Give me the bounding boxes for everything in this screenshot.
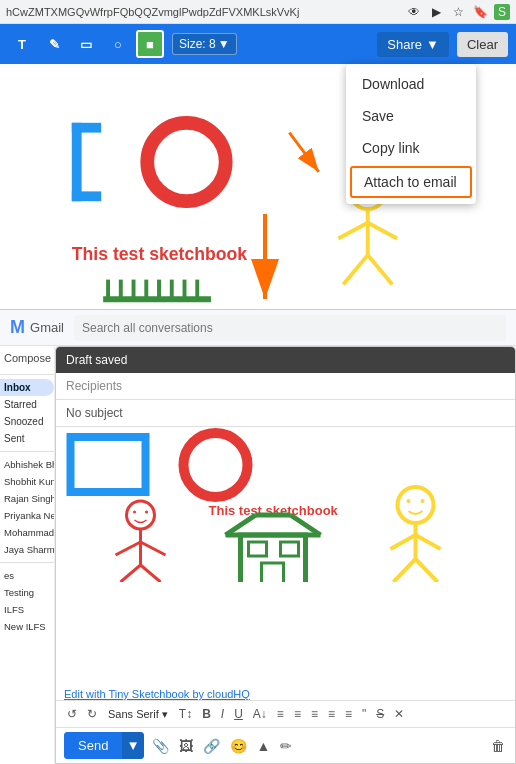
undo-button[interactable]: ↺ (64, 705, 80, 723)
recipients-field[interactable]: Recipients (56, 373, 515, 400)
snoozed-folder[interactable]: Snoozed (0, 413, 54, 430)
underline-button[interactable]: U (231, 705, 246, 723)
play-icon[interactable]: ▶ (428, 4, 444, 20)
circle-tool-button[interactable]: ○ (104, 30, 132, 58)
size-dropdown[interactable]: Size: 8 ▼ (172, 33, 237, 55)
label-new-ilfs[interactable]: New ILFS (0, 618, 54, 635)
save-menu-item[interactable]: Save (346, 100, 476, 132)
svg-line-41 (416, 535, 441, 549)
gmail-app-name: Gmail (30, 320, 64, 335)
svg-rect-35 (262, 563, 284, 582)
down-arrow-svg (245, 214, 285, 309)
copy-link-menu-item[interactable]: Copy link (346, 132, 476, 164)
send-button[interactable]: Send (64, 732, 122, 759)
quote-button[interactable]: " (359, 705, 369, 723)
send-button-group: Send ▼ (64, 732, 144, 759)
svg-line-31 (291, 515, 321, 535)
rect-tool-button[interactable]: ▭ (72, 30, 100, 58)
bold-button[interactable]: B (199, 705, 214, 723)
share-button[interactable]: Share ▼ (377, 32, 449, 57)
svg-rect-0 (72, 123, 82, 201)
insert-link-button[interactable]: 🔗 (201, 736, 222, 756)
contact-mohammad[interactable]: Mohammad S (0, 524, 54, 541)
edit-link[interactable]: Edit with Tiny Sketchbook by cloudHQ (56, 688, 515, 700)
label-es[interactable]: es (0, 567, 54, 584)
outdent-button[interactable]: ≡ (342, 705, 355, 723)
text-color-button[interactable]: A↓ (250, 705, 270, 723)
ordered-list-button[interactable]: ≡ (291, 705, 304, 723)
label-testing[interactable]: Testing (0, 584, 54, 601)
gmail-body: Compose Inbox Starred Snoozed Sent Abhis… (0, 346, 516, 764)
divider-3 (0, 562, 54, 563)
redo-button[interactable]: ↻ (84, 705, 100, 723)
svg-rect-2 (72, 191, 101, 201)
svg-line-9 (338, 223, 367, 239)
svg-line-40 (391, 535, 416, 549)
svg-line-24 (141, 542, 166, 555)
bookmark-icon[interactable]: 🔖 (472, 4, 488, 20)
svg-rect-33 (249, 542, 267, 556)
drive-button[interactable]: ▲ (255, 736, 273, 756)
label-ilfs[interactable]: ILFS (0, 601, 54, 618)
sketchbook-panel: hCwZMTXMGQvWfrpFQbQQZvmglPwdpZdFVXMKLskV… (0, 0, 516, 310)
contact-priyanka[interactable]: Priyanka Ne (0, 507, 54, 524)
svg-rect-34 (281, 542, 299, 556)
svg-point-38 (421, 499, 425, 503)
contact-shobhit[interactable]: Shobhit Kum (0, 473, 54, 490)
gmail-search-input[interactable] (74, 315, 506, 341)
insert-signature-button[interactable]: ✏ (278, 736, 294, 756)
gmail-sidebar: Compose Inbox Starred Snoozed Sent Abhis… (0, 346, 55, 764)
contact-abhishek[interactable]: Abhishek Bh (0, 456, 54, 473)
remove-format-button[interactable]: ✕ (391, 705, 407, 723)
draft-panel: Draft saved Recipients No subject (55, 346, 516, 764)
draft-body[interactable]: This test sketchbook (56, 427, 515, 688)
font-selector[interactable]: Sans Serif ▾ (104, 706, 172, 723)
browser-icons: 👁 ▶ ☆ 🔖 S (406, 4, 510, 20)
compose-label[interactable]: Compose (0, 346, 54, 370)
gmail-header: M Gmail (0, 310, 516, 346)
paint-tool-button[interactable]: ✎ (40, 30, 68, 58)
clear-button[interactable]: Clear (457, 32, 508, 57)
eye-icon[interactable]: 👁 (406, 4, 422, 20)
bullet-list-button[interactable]: ≡ (308, 705, 321, 723)
svg-line-10 (368, 223, 397, 239)
send-dropdown-button[interactable]: ▼ (122, 732, 143, 759)
formatting-toolbar: ↺ ↻ Sans Serif ▾ T↕ B I U A↓ ≡ ≡ ≡ ≡ ≡ "… (56, 700, 515, 727)
starred-folder[interactable]: Starred (0, 396, 54, 413)
svg-line-25 (121, 565, 141, 582)
camera-icon[interactable]: S (494, 4, 510, 20)
subject-field[interactable]: No subject (56, 400, 515, 427)
contact-jaya[interactable]: Jaya Sharma (0, 541, 54, 558)
svg-point-18 (184, 433, 248, 497)
star-icon[interactable]: ☆ (450, 4, 466, 20)
download-menu-item[interactable]: Download (346, 68, 476, 100)
inbox-folder[interactable]: Inbox (0, 379, 54, 396)
delete-draft-button[interactable]: 🗑 (489, 736, 507, 756)
attach-photo-button[interactable]: 🖼 (177, 736, 195, 756)
divider-1 (0, 374, 54, 375)
divider-2 (0, 451, 54, 452)
draft-header: Draft saved (56, 347, 515, 373)
text-tool-button[interactable]: T (8, 30, 36, 58)
url-bar[interactable]: hCwZMTXMGQvWfrpFQbQQZvmglPwdpZdFVXMKLskV… (6, 6, 406, 18)
svg-line-11 (343, 255, 368, 284)
svg-line-42 (394, 559, 416, 582)
sent-folder[interactable]: Sent (0, 430, 54, 447)
align-button[interactable]: ≡ (274, 705, 287, 723)
attach-to-email-menu-item[interactable]: Attach to email (350, 166, 472, 198)
send-toolbar: Send ▼ 📎 🖼 🔗 😊 ▲ ✏ 🗑 (56, 727, 515, 763)
svg-line-23 (116, 542, 141, 555)
gmail-area: M Gmail Compose Inbox Starred Snoozed Se… (0, 310, 516, 764)
draft-sketch-svg: This test sketchbook (56, 427, 515, 582)
contact-rajan[interactable]: Rajan Singh (0, 490, 54, 507)
attach-file-button[interactable]: 📎 (150, 736, 171, 756)
svg-point-20 (133, 511, 136, 514)
strikethrough-button[interactable]: S (373, 705, 387, 723)
indent-button[interactable]: ≡ (325, 705, 338, 723)
color-tool-button[interactable]: ■ (136, 30, 164, 58)
italic-button[interactable]: I (218, 705, 227, 723)
text-size-button[interactable]: T↕ (176, 705, 195, 723)
emoji-button[interactable]: 😊 (228, 736, 249, 756)
svg-text:This test sketchbook: This test sketchbook (72, 244, 248, 264)
share-dropdown-menu: Download Save Copy link Attach to email (346, 64, 476, 204)
